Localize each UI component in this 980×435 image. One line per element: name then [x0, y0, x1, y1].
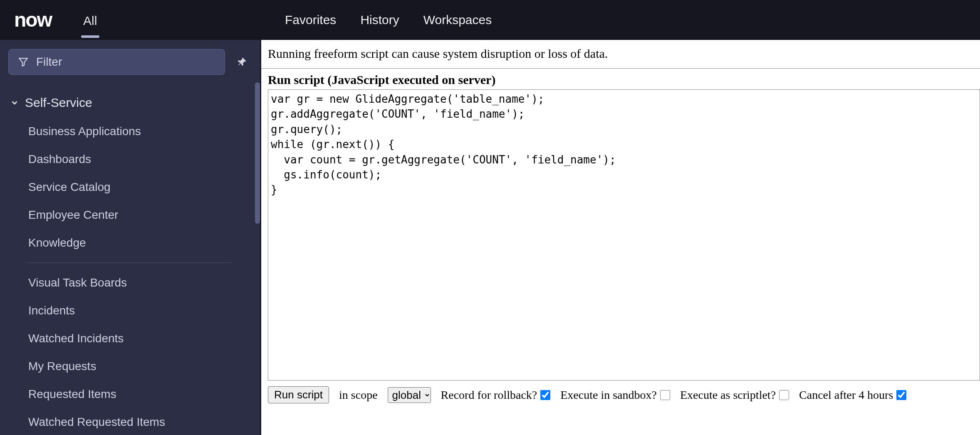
cancel-after-control[interactable]: Cancel after 4 hours [799, 388, 906, 402]
record-rollback-control[interactable]: Record for rollback? [441, 388, 551, 402]
topbar-left: now All [0, 1, 261, 39]
main: Running freeform script can cause system… [261, 40, 980, 435]
in-scope-label: in scope [339, 388, 378, 402]
filter-placeholder: Filter [36, 55, 62, 69]
scrollbar[interactable] [255, 82, 260, 224]
nav-item-employee-center[interactable]: Employee Center [0, 201, 260, 229]
sidebar: Filter Self-Service Business Application… [0, 40, 261, 435]
nav-item-service-catalog[interactable]: Service Catalog [0, 173, 260, 201]
tab-all[interactable]: All [75, 1, 105, 39]
topnav-favorites[interactable]: Favorites [277, 9, 344, 31]
nav: Self-Service Business Applications Dashb… [0, 82, 260, 435]
topnav-history[interactable]: History [353, 9, 406, 31]
topbar: now All Favorites History Workspaces [0, 0, 980, 40]
nav-item-my-requests[interactable]: My Requests [0, 352, 260, 380]
cancel-after-checkbox[interactable] [896, 390, 906, 400]
nav-section-self-service[interactable]: Self-Service [0, 88, 260, 117]
record-rollback-label: Record for rollback? [441, 388, 537, 402]
pin-icon [238, 57, 247, 67]
execute-scriptlet-checkbox[interactable] [779, 390, 789, 400]
execute-sandbox-label: Execute in sandbox? [560, 388, 657, 402]
nav-item-visual-task-boards[interactable]: Visual Task Boards [0, 269, 260, 297]
cancel-after-label: Cancel after 4 hours [799, 388, 893, 402]
nav-section-label: Self-Service [25, 96, 92, 110]
record-rollback-checkbox[interactable] [540, 390, 550, 400]
nav-item-incidents[interactable]: Incidents [0, 297, 260, 324]
scope-select[interactable]: global [388, 387, 431, 403]
chevron-down-icon [10, 98, 19, 107]
warning-text: Running freeform script can cause system… [261, 40, 980, 69]
pin-button[interactable] [233, 53, 252, 71]
execute-scriptlet-label: Execute as scriptlet? [680, 388, 776, 402]
nav-item-watched-requested-items[interactable]: Watched Requested Items [0, 408, 260, 435]
logo: now [14, 10, 52, 30]
topnav-workspaces[interactable]: Workspaces [416, 9, 500, 31]
funnel-icon [18, 57, 29, 67]
filter-input[interactable]: Filter [8, 49, 225, 75]
topbar-right: Favorites History Workspaces [261, 9, 499, 31]
nav-item-dashboards[interactable]: Dashboards [0, 145, 260, 173]
nav-item-watched-incidents[interactable]: Watched Incidents [0, 324, 260, 352]
execute-sandbox-checkbox[interactable] [660, 390, 670, 400]
script-textarea[interactable] [268, 89, 980, 381]
section-title: Run script (JavaScript executed on serve… [261, 69, 980, 89]
sidebar-top: Filter [0, 40, 260, 82]
nav-divider [28, 262, 232, 263]
run-script-button[interactable]: Run script [268, 386, 329, 403]
nav-item-knowledge[interactable]: Knowledge [0, 229, 260, 257]
nav-item-requested-items[interactable]: Requested Items [0, 380, 260, 408]
nav-item-business-applications[interactable]: Business Applications [0, 117, 260, 145]
execute-sandbox-control[interactable]: Execute in sandbox? [560, 388, 670, 402]
execute-scriptlet-control[interactable]: Execute as scriptlet? [680, 388, 789, 402]
controls: Run script in scope global Record for ro… [261, 381, 980, 409]
